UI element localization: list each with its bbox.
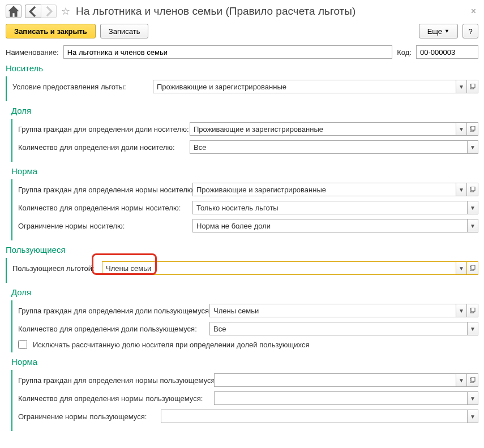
norma-limit-label: Ограничение нормы носителю: <box>18 222 188 230</box>
dropdown-icon[interactable]: ▼ <box>456 183 467 196</box>
polz-norma-group-label: Группа граждан для определения нормы пол… <box>18 376 209 385</box>
norma-count-combo[interactable]: Только носитель льготы ▼ <box>192 201 478 214</box>
svg-rect-1 <box>471 84 475 88</box>
dropdown-icon[interactable]: ▼ <box>467 410 478 423</box>
svg-rect-9 <box>471 308 475 312</box>
open-icon[interactable] <box>467 304 478 317</box>
polz-norma-limit-combo[interactable]: ▼ <box>161 410 478 423</box>
norma-group-combo[interactable]: Проживающие и зарегистрированные ▼ <box>192 183 478 196</box>
page-title: На льготника и членов семьи (Правило рас… <box>76 5 465 18</box>
name-label: Наименование: <box>6 48 59 57</box>
section-dolya-nositel: Доля <box>11 106 478 115</box>
section-nositel: Носитель <box>6 63 478 73</box>
polz-lgota-combo[interactable]: Члены семьи ▼ <box>102 261 478 275</box>
exclude-checkbox[interactable] <box>18 340 27 349</box>
favorite-icon[interactable]: ☆ <box>61 5 70 18</box>
svg-rect-5 <box>471 187 475 191</box>
forward-button[interactable] <box>41 5 57 18</box>
home-button[interactable] <box>6 5 22 18</box>
dolya-group-combo[interactable]: Проживающие и зарегистрированные ▼ <box>190 122 478 136</box>
polz-norma-count-combo[interactable]: ▼ <box>214 391 478 405</box>
polz-dolya-group-combo[interactable]: Члены семьи ▼ <box>209 304 478 317</box>
svg-rect-11 <box>471 377 475 381</box>
code-label: Код: <box>397 48 412 57</box>
dropdown-icon[interactable]: ▼ <box>467 391 478 405</box>
code-input[interactable] <box>416 45 478 59</box>
open-icon[interactable] <box>467 80 478 93</box>
help-button[interactable]: ? <box>462 24 478 38</box>
svg-rect-7 <box>471 265 475 269</box>
dolya-count-label: Количество для определения доли носителю… <box>18 143 185 152</box>
chevron-down-icon: ▼ <box>444 28 449 34</box>
close-icon[interactable]: × <box>469 6 478 16</box>
polz-norma-group-combo[interactable]: ▼ <box>214 373 478 387</box>
norma-count-label: Количество для определения нормы носител… <box>18 204 188 212</box>
dropdown-icon[interactable]: ▼ <box>456 122 467 136</box>
polz-norma-count-label: Количество для определения нормы пользую… <box>18 394 209 403</box>
back-button[interactable] <box>25 5 41 18</box>
uslovie-label: Условие предоставления льготы: <box>12 83 148 91</box>
open-icon[interactable] <box>467 261 478 275</box>
norma-group-label: Группа граждан для определения нормы нос… <box>18 186 188 194</box>
polz-lgota-label: Пользующиеся льготой: <box>12 264 97 273</box>
more-button[interactable]: Еще ▼ <box>419 24 458 38</box>
dropdown-icon[interactable]: ▼ <box>456 304 467 317</box>
open-icon[interactable] <box>467 183 478 196</box>
dropdown-icon[interactable]: ▼ <box>467 219 478 232</box>
dropdown-icon[interactable]: ▼ <box>467 140 478 154</box>
uslovie-combo[interactable]: Проживающие и зарегистрированные ▼ <box>153 80 478 93</box>
save-close-button[interactable]: Записать и закрыть <box>6 24 96 38</box>
dropdown-icon[interactable]: ▼ <box>456 261 467 275</box>
open-icon[interactable] <box>467 373 478 387</box>
open-icon[interactable] <box>467 122 478 136</box>
save-button[interactable]: Записать <box>100 24 149 38</box>
dropdown-icon[interactable]: ▼ <box>467 201 478 214</box>
section-dolya-polz: Доля <box>11 287 478 297</box>
polz-norma-limit-label: Ограничение нормы пользующемуся: <box>18 412 156 421</box>
exclude-label: Исключать рассчитанную долю носителя при… <box>33 341 309 349</box>
section-norma-nositel: Норма <box>11 166 478 176</box>
svg-rect-3 <box>471 126 475 130</box>
section-polz: Пользующиеся <box>6 245 478 255</box>
dropdown-icon[interactable]: ▼ <box>456 80 467 93</box>
polz-dolya-count-label: Количество для определения доли пользующ… <box>18 325 205 333</box>
dolya-group-label: Группа граждан для определения доли носи… <box>18 125 185 133</box>
name-input[interactable] <box>63 45 393 59</box>
dolya-count-combo[interactable]: Все ▼ <box>190 140 478 154</box>
dropdown-icon[interactable]: ▼ <box>456 373 467 387</box>
dropdown-icon[interactable]: ▼ <box>467 322 478 335</box>
section-norma-polz: Норма <box>11 357 478 367</box>
polz-dolya-count-combo[interactable]: Все ▼ <box>209 322 478 335</box>
norma-limit-combo[interactable]: Норма не более доли ▼ <box>192 219 478 232</box>
polz-dolya-group-label: Группа граждан для определения доли поль… <box>18 307 205 315</box>
